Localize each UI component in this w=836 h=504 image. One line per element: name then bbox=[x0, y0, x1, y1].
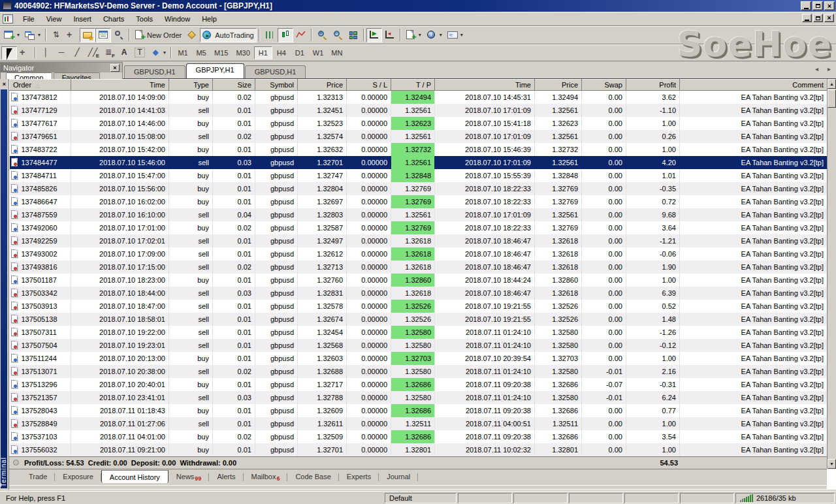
indicators-button[interactable]: +▾ bbox=[403, 28, 424, 42]
chart-close-button[interactable]: × bbox=[824, 14, 834, 22]
vertical-line-button[interactable]: │ bbox=[38, 46, 54, 59]
history-row[interactable]: 1375033422018.07.10 18:44:00sell0.03gbpu… bbox=[10, 287, 828, 300]
history-row[interactable]: 1374858262018.07.10 15:56:00buy0.01gbpus… bbox=[10, 182, 828, 195]
terminal-tab-mailbox[interactable]: Mailbox6 bbox=[244, 470, 288, 484]
chart-tab-gbpusd-h1[interactable]: GBPUSD,H1 bbox=[124, 65, 185, 78]
arrows-button[interactable]: ◆▾ bbox=[148, 46, 169, 59]
history-row[interactable]: 1375112442018.07.10 20:13:00buy0.01gbpus… bbox=[10, 352, 828, 365]
line-chart-button[interactable] bbox=[293, 28, 309, 42]
menu-file[interactable]: File bbox=[17, 13, 40, 25]
equidistant-channel-button[interactable]: ╱╱E bbox=[85, 46, 101, 59]
column-header-price[interactable]: Price bbox=[298, 80, 347, 91]
history-row[interactable]: 1375560322018.07.11 09:21:00buy0.01gbpus… bbox=[10, 443, 828, 456]
history-row[interactable]: 1374776172018.07.10 14:46:00buy0.01gbpus… bbox=[10, 117, 828, 130]
history-row[interactable]: 1374875592018.07.10 16:10:00sell0.04gbpu… bbox=[10, 208, 828, 221]
history-row[interactable]: 1374837222018.07.10 15:42:00buy0.01gbpus… bbox=[10, 143, 828, 156]
auto-scroll-button[interactable]: ▶ bbox=[366, 28, 382, 42]
tile-windows-button[interactable] bbox=[346, 28, 361, 42]
periods-button[interactable]: ▾ bbox=[424, 28, 445, 42]
history-row[interactable]: 1374796512018.07.10 15:08:00sell0.02gbpu… bbox=[10, 130, 828, 143]
history-row[interactable]: 1375130712018.07.10 20:38:00sell0.02gbpu… bbox=[10, 365, 828, 378]
text-button[interactable]: A bbox=[116, 46, 132, 59]
chart-tab-gbpjpy-h1[interactable]: GBPJPY,H1 bbox=[186, 63, 244, 78]
history-row[interactable]: 1375073112018.07.10 19:22:00sell0.01gbpu… bbox=[10, 326, 828, 339]
terminal-tab-alerts[interactable]: Alerts bbox=[209, 470, 243, 482]
trendline-button[interactable]: ╱ bbox=[69, 46, 85, 59]
column-header-type[interactable]: Type bbox=[169, 80, 213, 91]
candlestick-chart-button[interactable] bbox=[278, 28, 293, 42]
history-row[interactable]: 1374771292018.07.10 14:41:03sell0.01gbpu… bbox=[10, 104, 828, 117]
menu-window[interactable]: Window bbox=[159, 13, 196, 25]
timeframe-w1-button[interactable]: W1 bbox=[309, 46, 328, 59]
history-row[interactable]: 1374930022018.07.10 17:09:00sell0.01gbpu… bbox=[10, 247, 828, 260]
zoom-out-button[interactable]: − bbox=[330, 28, 346, 42]
timeframe-d1-button[interactable]: D1 bbox=[291, 46, 309, 59]
horizontal-line-button[interactable]: ─ bbox=[54, 46, 69, 59]
navigator-button[interactable]: ★ bbox=[80, 28, 95, 42]
scrollbar-track[interactable] bbox=[828, 89, 836, 459]
timeframe-h4-button[interactable]: H4 bbox=[272, 46, 291, 59]
minimize-button[interactable] bbox=[801, 1, 811, 10]
metaeditor-button[interactable] bbox=[184, 28, 200, 42]
terminal-tab-experts[interactable]: Experts bbox=[339, 470, 379, 482]
market-watch-button[interactable]: ⇅ bbox=[48, 28, 64, 42]
history-row[interactable]: 1375011872018.07.10 18:23:00buy0.01gbpus… bbox=[10, 274, 828, 287]
zoom-in-button[interactable]: + bbox=[314, 28, 330, 42]
timeframe-mn-button[interactable]: MN bbox=[327, 46, 346, 59]
timeframe-m15-button[interactable]: M15 bbox=[210, 46, 232, 59]
data-window-button[interactable]: + bbox=[64, 28, 80, 42]
timeframe-m30-button[interactable]: M30 bbox=[232, 46, 253, 59]
strategy-tester-button[interactable] bbox=[111, 28, 127, 42]
chart-tab-gbpusd-h1[interactable]: GBPUSD,H1 bbox=[245, 65, 306, 78]
column-header-time[interactable]: Time bbox=[435, 80, 535, 91]
history-row[interactable]: 1374844772018.07.10 15:46:00sell0.03gbpu… bbox=[10, 156, 828, 169]
profiles-button[interactable]: ▾ bbox=[22, 28, 43, 42]
history-scrollbar[interactable]: ▲ ▼ bbox=[827, 79, 836, 469]
column-header-comment[interactable]: Comment bbox=[680, 80, 828, 91]
column-header-time[interactable]: Time bbox=[71, 80, 169, 91]
history-row[interactable]: 1374938162018.07.10 17:15:00sell0.02gbpu… bbox=[10, 260, 828, 274]
history-row[interactable]: 1375288492018.07.11 01:27:06sell0.01gbpu… bbox=[10, 417, 828, 430]
history-row[interactable]: 1375280432018.07.11 01:18:43buy0.01gbpus… bbox=[10, 404, 828, 417]
terminal-tab-account-history[interactable]: Account History bbox=[101, 470, 169, 483]
history-row[interactable]: 1375051382018.07.10 18:58:01sell0.01gbpu… bbox=[10, 313, 828, 326]
timeframe-m1-button[interactable]: M1 bbox=[174, 46, 192, 59]
terminal-close-button[interactable]: × bbox=[0, 79, 8, 89]
navigator-tab-common[interactable]: Common bbox=[6, 72, 52, 79]
column-header-price[interactable]: Price bbox=[535, 80, 582, 91]
column-header-profit[interactable]: Profit bbox=[626, 80, 680, 91]
timeframe-m5-button[interactable]: M5 bbox=[192, 46, 210, 59]
chart-minimize-button[interactable] bbox=[802, 14, 812, 22]
history-row[interactable]: 1374920602018.07.10 17:01:00buy0.02gbpus… bbox=[10, 221, 828, 234]
restore-button[interactable] bbox=[812, 1, 823, 10]
autotrading-button[interactable]: AutoTrading bbox=[200, 28, 257, 42]
column-header-order[interactable]: Order△ bbox=[10, 80, 71, 91]
close-button[interactable]: × bbox=[824, 1, 835, 10]
menu-insert[interactable]: Insert bbox=[67, 13, 97, 25]
timeframe-h1-button[interactable]: H1 bbox=[254, 46, 272, 59]
bar-chart-button[interactable] bbox=[262, 28, 278, 42]
menu-help[interactable]: Help bbox=[196, 13, 223, 25]
navigator-tab-favorites[interactable]: Favorites bbox=[54, 72, 100, 79]
crosshair-button[interactable]: + bbox=[17, 46, 33, 59]
history-row[interactable]: 1375132962018.07.10 20:40:01buy0.01gbpus… bbox=[10, 378, 828, 391]
status-connection[interactable]: 26186/35 kb bbox=[735, 493, 835, 503]
scrollbar-thumb[interactable] bbox=[828, 89, 836, 108]
menu-view[interactable]: View bbox=[40, 13, 68, 25]
fibonacci-button[interactable]: ≣F bbox=[101, 46, 116, 59]
chart-shift-button[interactable]: ◂ bbox=[382, 28, 398, 42]
templates-button[interactable]: ▾ bbox=[445, 28, 466, 42]
chart-window-icon[interactable] bbox=[3, 14, 13, 24]
status-profile[interactable]: Default bbox=[385, 493, 457, 503]
scroll-up-icon[interactable]: ▲ bbox=[828, 79, 836, 89]
navigator-close-icon[interactable]: × bbox=[110, 64, 120, 72]
history-row[interactable]: 1375371032018.07.11 04:01:00buy0.02gbpus… bbox=[10, 430, 828, 443]
tabs-scroll-right-icon[interactable]: ▸ bbox=[828, 65, 831, 72]
history-row[interactable]: 1374922592018.07.10 17:02:01sell0.01gbpu… bbox=[10, 234, 828, 247]
menu-charts[interactable]: Charts bbox=[97, 13, 130, 25]
terminal-tab-trade[interactable]: Trade bbox=[21, 470, 55, 482]
terminal-button[interactable] bbox=[95, 28, 111, 42]
column-header-symbol[interactable]: Symbol bbox=[255, 80, 298, 91]
terminal-tab-exposure[interactable]: Exposure bbox=[55, 470, 101, 482]
text-label-button[interactable]: T bbox=[132, 46, 148, 59]
